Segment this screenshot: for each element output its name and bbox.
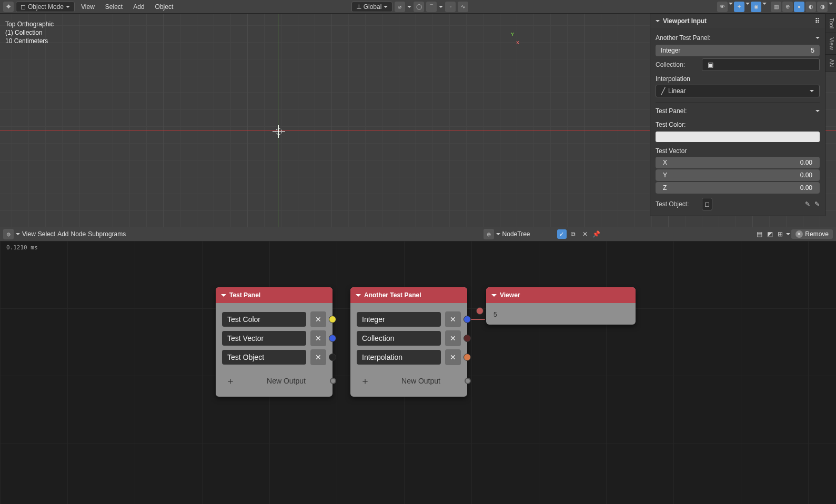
eyedropper-icon[interactable]: ✎ — [805, 200, 810, 208]
gizmo-icon[interactable]: ✦ — [734, 2, 744, 12]
chevron-down-icon — [16, 233, 20, 237]
remove-socket-button[interactable]: ✕ — [445, 311, 461, 327]
socket-label[interactable]: Test Object — [222, 350, 306, 365]
wireframe-mode-icon[interactable]: ⊕ — [782, 2, 793, 12]
menu-object[interactable]: Object — [151, 3, 178, 11]
cursor-tool-icon[interactable]: ✥ — [3, 2, 14, 12]
x-axis-label: X — [516, 40, 519, 45]
chevron-down-icon — [746, 3, 750, 13]
falloff-icon[interactable]: ⌒ — [426, 2, 437, 12]
output-socket[interactable] — [464, 316, 471, 323]
unlink-icon[interactable]: ✕ — [580, 229, 590, 239]
menu-select[interactable]: Select — [101, 3, 127, 11]
nav-gizmo[interactable]: Y X — [506, 33, 520, 47]
subpanel-another[interactable]: Another Test Panel: — [656, 31, 820, 45]
new-output-button[interactable]: ＋ New Output — [222, 372, 326, 389]
vector-x-field[interactable]: X0.00 — [656, 157, 820, 168]
shield-checkmark-icon[interactable]: ✓ — [557, 229, 567, 239]
object-picker[interactable]: ◻ — [702, 198, 712, 210]
solid-mode-icon[interactable]: ● — [794, 2, 804, 12]
subpanel-title: Another Test Panel: — [656, 34, 711, 42]
socket-label[interactable]: Interpolation — [357, 350, 441, 365]
tree-icon[interactable]: ⊚ — [484, 229, 494, 239]
snap-icon[interactable]: ⌀ — [395, 2, 405, 12]
node-viewer[interactable]: Viewer 5 — [486, 287, 636, 325]
orientation-dropdown[interactable]: ⊥ Global — [351, 2, 393, 12]
node-test-panel[interactable]: Test Panel Test Color ✕ Test Vector ✕ Te… — [216, 287, 333, 397]
remove-socket-button[interactable]: ✕ — [310, 330, 326, 346]
integer-field[interactable]: Integer 5 — [656, 45, 820, 56]
interpolation-label: Interpolation — [656, 75, 820, 83]
object-icon: ◻ — [704, 200, 710, 208]
object-icon: ◻ — [21, 3, 26, 11]
matpreview-mode-icon[interactable]: ◐ — [805, 2, 816, 12]
sidebar-tabs: Tool View AN — [825, 14, 836, 72]
new-output-label: New Output — [246, 377, 326, 385]
remove-socket-button[interactable]: ✕ — [310, 311, 326, 327]
curve-icon[interactable]: ∿ — [458, 2, 468, 12]
output-socket[interactable] — [329, 316, 336, 323]
mode-label: Object Mode — [28, 3, 64, 11]
menu-view[interactable]: View — [77, 3, 99, 11]
nav-icon[interactable]: ◩ — [765, 229, 774, 239]
output-socket[interactable] — [464, 335, 471, 342]
render-mode-icon[interactable]: ◑ — [817, 2, 828, 12]
vector-z-field[interactable]: Z0.00 — [656, 182, 820, 194]
proportional-icon[interactable]: ◯ — [414, 2, 424, 12]
eyedropper-icon[interactable]: ✎ — [814, 200, 820, 208]
editor-type-icon[interactable]: ⊚ — [3, 229, 14, 239]
socket-label[interactable]: Test Color — [222, 312, 306, 327]
collection-picker[interactable]: ▣ — [702, 58, 820, 71]
remove-socket-button[interactable]: ✕ — [445, 330, 461, 346]
socket-label[interactable]: Test Vector — [222, 331, 306, 346]
remove-socket-button[interactable]: ✕ — [310, 349, 326, 365]
xray-icon[interactable]: ▥ — [771, 2, 781, 12]
remove-button[interactable]: ✕ Remove — [791, 229, 833, 239]
chevron-down-icon — [810, 90, 814, 94]
color-swatch[interactable] — [656, 132, 820, 142]
interpolation-dropdown[interactable]: ╱ Linear — [656, 85, 820, 97]
viewport-input-panel: Viewport Input ⠿ Another Test Panel: Int… — [650, 14, 825, 216]
subpanel-test[interactable]: Test Panel: — [656, 103, 820, 118]
visibility-icon[interactable]: 👁 — [717, 2, 728, 12]
pivot-icon[interactable]: ◦ — [445, 2, 456, 12]
socket-label[interactable]: Integer — [357, 312, 441, 327]
menu-view[interactable]: View — [22, 230, 36, 238]
pin-icon[interactable]: 📌 — [592, 229, 601, 239]
panel-title-row[interactable]: Viewport Input ⠿ — [650, 14, 825, 28]
tab-an[interactable]: AN — [825, 55, 836, 72]
new-output-button[interactable]: ＋ New Output — [357, 372, 461, 389]
virtual-socket[interactable] — [465, 378, 471, 384]
menu-node[interactable]: Node — [71, 230, 86, 238]
remove-socket-button[interactable]: ✕ — [445, 349, 461, 365]
menu-add[interactable]: Add — [129, 3, 148, 11]
plus-icon: ＋ — [360, 376, 370, 386]
tab-tool[interactable]: Tool — [825, 14, 836, 33]
node-canvas[interactable]: 0.1210 ms Test Panel Test Color ✕ Test V… — [0, 241, 836, 504]
socket-label[interactable]: Collection — [357, 331, 441, 346]
menu-subprograms[interactable]: Subprograms — [88, 230, 126, 238]
chevron-down-icon — [829, 3, 833, 13]
node-title: Test Panel — [229, 291, 260, 299]
vector-y-field[interactable]: Y0.00 — [656, 169, 820, 181]
output-socket[interactable] — [329, 354, 336, 361]
menu-select[interactable]: Select — [38, 230, 55, 238]
nodetree-name-field[interactable]: NodeTree — [502, 230, 555, 238]
chevron-down-icon — [729, 3, 733, 13]
tab-view[interactable]: View — [825, 33, 836, 55]
node-another-test-panel[interactable]: Another Test Panel Integer ✕ Collection … — [350, 287, 467, 397]
menu-add[interactable]: Add — [57, 230, 68, 238]
mode-dropdown[interactable]: ◻ Object Mode — [16, 2, 75, 12]
input-socket[interactable] — [476, 307, 484, 315]
snap-icon[interactable]: ⊞ — [775, 229, 785, 239]
chevron-down-icon — [384, 6, 388, 10]
virtual-socket[interactable] — [330, 378, 336, 384]
grip-icon[interactable]: ⠿ — [815, 17, 820, 25]
output-socket[interactable] — [329, 335, 336, 342]
overlays-icon[interactable]: ◉ — [751, 2, 761, 12]
output-socket[interactable] — [464, 354, 471, 361]
duplicate-icon[interactable]: ⧉ — [569, 229, 578, 239]
nav-icon[interactable]: ▤ — [754, 229, 764, 239]
performance-label: 0.1210 ms — [6, 244, 38, 251]
collection-label: Collection: — [656, 61, 698, 68]
